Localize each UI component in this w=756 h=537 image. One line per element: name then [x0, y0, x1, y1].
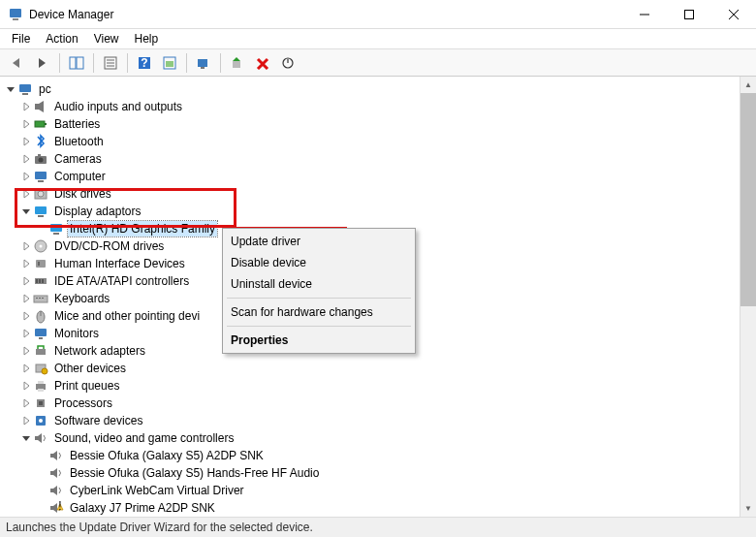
expand-arrow-icon[interactable]	[19, 292, 33, 305]
app-icon	[8, 7, 23, 22]
expand-arrow-icon[interactable]	[19, 135, 33, 148]
expand-arrow-icon[interactable]	[19, 309, 33, 323]
disable-button[interactable]	[276, 52, 299, 74]
expand-arrow-icon[interactable]	[19, 327, 33, 340]
menu-file[interactable]: File	[4, 30, 38, 47]
tree-category[interactable]: Print queues	[2, 377, 754, 395]
svg-rect-60	[39, 401, 43, 405]
expand-arrow-icon[interactable]	[19, 187, 33, 201]
arrow-spacer	[35, 466, 48, 480]
tree-category[interactable]: Cameras	[2, 150, 754, 168]
svg-rect-22	[35, 104, 39, 110]
tree-category[interactable]: Disk drives	[2, 185, 754, 203]
help-button[interactable]: ?	[133, 52, 156, 74]
arrow-spacer	[35, 484, 48, 497]
context-menu-separator	[227, 298, 411, 299]
expand-arrow-icon[interactable]	[19, 431, 33, 445]
monitor-icon	[33, 326, 48, 341]
window-title: Device Manager	[29, 8, 622, 21]
context-menu-item[interactable]: Disable device	[225, 252, 413, 273]
tree-category[interactable]: Sound, video and game controllers	[2, 429, 754, 447]
svg-rect-34	[50, 224, 62, 232]
svg-text:?: ?	[141, 56, 147, 70]
update-driver-button[interactable]	[226, 52, 249, 74]
tree-device[interactable]: Bessie Ofuka (Galaxy S5) Hands-Free HF A…	[2, 464, 754, 482]
tree-category[interactable]: Computer	[2, 168, 754, 185]
tree-category[interactable]: Batteries	[2, 115, 754, 133]
tree-category-label: Other devices	[52, 361, 128, 376]
expand-arrow-icon[interactable]	[19, 274, 33, 288]
tree-category-label: Batteries	[52, 116, 102, 132]
menu-action[interactable]: Action	[38, 30, 85, 47]
minimize-button[interactable]	[622, 0, 667, 29]
svg-rect-67	[50, 506, 53, 510]
tree-category[interactable]: Bluetooth	[2, 133, 754, 150]
tree-category-label: Computer	[52, 169, 108, 184]
expand-arrow-icon[interactable]	[19, 414, 33, 427]
svg-rect-6	[70, 57, 76, 69]
expand-arrow-icon[interactable]	[19, 205, 33, 218]
ide-icon	[33, 273, 48, 289]
tree-device[interactable]: Bessie Ofuka (Galaxy S5) A2DP SNK	[2, 447, 754, 464]
context-menu: Update driverDisable deviceUninstall dev…	[222, 228, 416, 354]
context-menu-item[interactable]: Uninstall device	[225, 273, 413, 295]
scroll-down-button[interactable]: ▼	[740, 500, 756, 517]
expand-arrow-icon[interactable]	[19, 170, 33, 183]
context-menu-item[interactable]: Update driver	[225, 231, 413, 252]
tree-category-label: Cameras	[52, 151, 104, 167]
tree-device[interactable]: CyberLink WebCam Virtual Driver	[2, 482, 754, 499]
svg-rect-66	[50, 489, 53, 492]
svg-rect-64	[50, 454, 53, 458]
tree-device[interactable]: !Galaxy J7 Prime A2DP SNK	[2, 499, 754, 517]
tree-device-label: Bessie Ofuka (Galaxy S5) Hands-Free HF A…	[68, 465, 321, 481]
tree-category-label: Display adaptors	[52, 204, 142, 219]
toolbar-separator	[127, 53, 128, 73]
expand-arrow-icon[interactable]	[19, 239, 33, 253]
maximize-button[interactable]	[667, 0, 711, 29]
expand-arrow-icon[interactable]	[19, 152, 33, 166]
expand-arrow-icon[interactable]	[19, 344, 33, 358]
svg-rect-7	[77, 57, 83, 69]
uninstall-button[interactable]	[251, 52, 274, 74]
tree-category[interactable]: Software devices	[2, 412, 754, 429]
close-button[interactable]	[711, 0, 756, 29]
sound-icon	[48, 448, 64, 463]
expand-arrow-icon[interactable]	[19, 257, 33, 270]
expand-arrow-icon[interactable]	[19, 362, 33, 375]
svg-rect-18	[233, 61, 240, 68]
titlebar: Device Manager	[0, 0, 756, 29]
svg-rect-1	[13, 18, 18, 20]
scan-hardware-button[interactable]	[192, 52, 215, 74]
svg-rect-17	[201, 67, 205, 69]
bluetooth-icon	[33, 134, 48, 149]
svg-rect-20	[19, 84, 31, 92]
tree-category[interactable]: Audio inputs and outputs	[2, 98, 754, 115]
properties-button[interactable]	[99, 52, 122, 74]
menu-help[interactable]: Help	[127, 30, 167, 47]
menubar: File Action View Help	[0, 29, 756, 49]
tree-category[interactable]: Other devices	[2, 360, 754, 377]
menu-view[interactable]: View	[86, 30, 127, 47]
back-button[interactable]	[6, 52, 29, 74]
scroll-up-button[interactable]: ▲	[740, 77, 756, 93]
tree-category-label: DVD/CD-ROM drives	[52, 238, 166, 254]
expand-arrow-icon[interactable]	[19, 396, 33, 410]
scroll-thumb[interactable]	[740, 93, 756, 306]
expand-arrow-icon[interactable]	[19, 100, 33, 113]
tree-category[interactable]: Display adaptors	[2, 203, 754, 220]
tree-root[interactable]: pc	[2, 80, 754, 98]
tree-category[interactable]: Processors	[2, 395, 754, 412]
expand-arrow-icon[interactable]	[4, 82, 17, 96]
action-button[interactable]	[158, 52, 181, 74]
vertical-scrollbar[interactable]: ▲ ▼	[740, 77, 756, 517]
forward-button[interactable]	[31, 52, 54, 74]
expand-arrow-icon[interactable]	[19, 117, 33, 131]
expand-arrow-icon[interactable]	[19, 379, 33, 393]
scroll-track[interactable]	[740, 93, 756, 500]
context-menu-item[interactable]: Properties	[225, 330, 413, 351]
other-icon	[33, 361, 48, 376]
show-hide-tree-button[interactable]	[65, 52, 88, 74]
svg-rect-33	[38, 215, 44, 217]
toolbar: ?	[0, 49, 756, 77]
context-menu-item[interactable]: Scan for hardware changes	[225, 301, 413, 323]
